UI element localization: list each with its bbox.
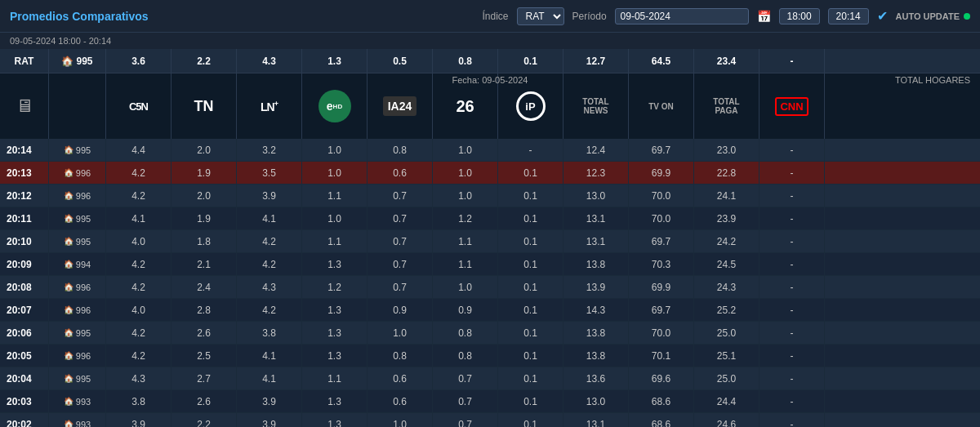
- ch-tn: TN: [172, 73, 237, 139]
- a24-logo: IA24: [383, 96, 417, 116]
- ch-cnn: ~ CNN: [760, 73, 825, 139]
- summary-cnn: -: [760, 49, 825, 73]
- ch-a24: IA24: [368, 73, 433, 139]
- table-row: 20:05🏠 9964.22.54.11.30.80.80.113.870.12…: [0, 345, 980, 367]
- summary-total-paga: 23.4: [694, 49, 760, 73]
- total-paga-logo: TOTALPAGA: [713, 97, 739, 115]
- summary-ip: 0.1: [498, 49, 564, 73]
- tv-on-logo: TV ON: [648, 102, 674, 111]
- table-row: 20:04🏠 9954.32.74.11.10.60.70.113.669.62…: [0, 367, 980, 390]
- table-row: 20:13🏠 9964.21.93.51.00.61.00.112.369.92…: [0, 162, 980, 185]
- auto-update-label: AUTO UPDATE: [896, 11, 960, 21]
- house-icon: 🏠: [64, 397, 74, 406]
- house-icon: 🏠: [64, 145, 74, 154]
- table-row: 20:02🏠 9933.92.23.91.31.00.70.113.168.62…: [0, 413, 980, 427]
- summary-total-news: 12.7: [564, 49, 629, 73]
- summary-row: RAT 🏠 995 3.6 2.2 4.3 1.3 0.5 0.8 0.1 12…: [0, 49, 980, 73]
- app-title: Promedios Comparativos: [10, 10, 149, 23]
- summary-el: 1.3: [302, 49, 368, 73]
- cnn-logo: CNN: [775, 97, 808, 116]
- house-icon: 🏠: [64, 168, 74, 177]
- summary-rat: RAT: [0, 49, 49, 73]
- summary-26: 0.8: [433, 49, 498, 73]
- summary-lx: 4.3: [237, 49, 302, 73]
- confirm-icon[interactable]: ✔: [877, 8, 888, 24]
- lx-logo: LN+: [261, 100, 278, 113]
- house-icon: 🏠: [64, 374, 74, 383]
- ch-total-paga: TOTALPAGA: [694, 73, 760, 139]
- data-table: 20:14🏠 9954.42.03.21.00.81.0-12.469.723.…: [0, 139, 980, 427]
- table-row: 20:10🏠 9954.01.84.21.10.71.10.113.169.72…: [0, 230, 980, 253]
- summary-house: 🏠 995: [49, 49, 106, 73]
- index-label: Índice: [483, 11, 509, 22]
- table-row: 20:08🏠 9964.22.44.31.20.71.00.113.969.92…: [0, 276, 980, 299]
- summary-tn: 2.2: [172, 49, 237, 73]
- table-row: 20:11🏠 9954.11.94.11.00.71.20.113.170.02…: [0, 207, 980, 230]
- ch-total-news: TOTALNEWS: [564, 73, 629, 139]
- ch-c5n: C5N: [106, 73, 172, 139]
- 26-logo: 26: [456, 97, 474, 116]
- ch-house-spacer: [49, 73, 106, 139]
- house-icon: 🏠: [64, 351, 74, 360]
- calendar-icon[interactable]: 📅: [757, 10, 771, 23]
- ip-logo: iP: [516, 91, 546, 121]
- ch-lx: LN+: [237, 73, 302, 139]
- house-icon: 🏠: [64, 237, 74, 246]
- summary-c5n: 3.6: [106, 49, 172, 73]
- house-icon: 🏠: [64, 328, 74, 337]
- channel-header: Fecha: 09-05-2024 TOTAL HOGARES 🖥 C5N TN…: [0, 73, 980, 139]
- tn-logo: TN: [194, 98, 214, 115]
- house-icon: 🏠: [64, 420, 74, 427]
- period-label: Período: [572, 11, 607, 22]
- house-icon: 🏠: [64, 282, 74, 291]
- house-icon: 🏠: [64, 214, 74, 223]
- auto-update: AUTO UPDATE: [896, 11, 970, 21]
- table-row: 20:14🏠 9954.42.03.21.00.81.0-12.469.723.…: [0, 139, 980, 162]
- table-row: 20:12🏠 9964.22.03.91.10.71.00.113.070.02…: [0, 185, 980, 207]
- index-select[interactable]: RAT: [517, 7, 564, 25]
- auto-update-dot: [964, 13, 970, 20]
- table-row: 20:06🏠 9954.22.63.81.31.00.80.113.870.02…: [0, 322, 980, 345]
- house-icon: 🏠: [64, 191, 74, 200]
- time-from-input[interactable]: [779, 8, 820, 24]
- summary-tv-on: 64.5: [629, 49, 694, 73]
- ch-tv-on: TV ON: [629, 73, 694, 139]
- table-row: 20:03🏠 9933.82.63.91.30.60.70.113.068.62…: [0, 390, 980, 413]
- sub-header-text: 09-05-2024 18:00 - 20:14: [10, 36, 111, 46]
- el-logo: e HD: [318, 90, 351, 122]
- house-icon: 🏠: [61, 56, 74, 67]
- time-to-input[interactable]: [828, 8, 869, 24]
- table-row: 20:09🏠 9944.22.14.21.30.71.10.113.870.32…: [0, 253, 980, 276]
- summary-a24: 0.5: [368, 49, 433, 73]
- date-label: Fecha: 09-05-2024: [452, 75, 528, 85]
- ch-el: e HD: [302, 73, 368, 139]
- sub-header: 09-05-2024 18:00 - 20:14: [0, 33, 980, 49]
- house-icon: 🏠: [64, 305, 74, 314]
- house-icon: 🏠: [64, 260, 74, 269]
- top-bar: Promedios Comparativos Índice RAT Períod…: [0, 0, 980, 33]
- monitor-icon: 🖥: [16, 96, 33, 117]
- total-hogares-label: TOTAL HOGARES: [895, 75, 980, 85]
- top-bar-controls: Índice RAT Período 📅 ✔ AUTO UPDATE: [483, 7, 971, 25]
- date-input[interactable]: [615, 8, 749, 24]
- c5n-logo: C5N: [129, 100, 148, 113]
- ch-monitor: 🖥: [0, 73, 49, 139]
- total-news-logo: TOTALNEWS: [582, 97, 608, 115]
- table-row: 20:07🏠 9964.02.84.21.30.90.90.114.369.72…: [0, 299, 980, 322]
